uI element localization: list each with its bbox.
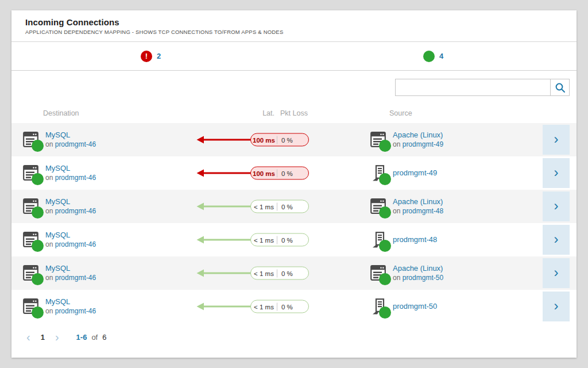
- source-icon: [370, 165, 386, 181]
- on-label: on: [393, 274, 400, 282]
- source-text: prodmgmt-49: [393, 168, 437, 178]
- source-icon: [370, 298, 386, 315]
- up-status-summary: 4: [423, 42, 443, 70]
- source-link[interactable]: prodmgmt-49: [393, 168, 437, 178]
- source-host-link[interactable]: prodmgmt-48: [403, 207, 443, 215]
- connection-direction-arrow: [196, 302, 253, 311]
- destination-host-link[interactable]: prodmgmt-46: [55, 207, 96, 215]
- destination-link[interactable]: MySQL: [45, 264, 96, 273]
- up-count: 4: [439, 52, 443, 60]
- source-text: prodmgmt-50: [393, 302, 437, 311]
- source-text: prodmgmt-48: [393, 235, 437, 244]
- status-up-dot: [32, 240, 44, 252]
- row-expand-button[interactable]: ›: [543, 125, 570, 155]
- source-host-link[interactable]: prodmgmt-49: [403, 140, 443, 148]
- source-host: on prodmgmt-48: [393, 207, 443, 216]
- critical-status-icon: !: [141, 51, 152, 62]
- packet-loss-value: 0 %: [277, 170, 308, 177]
- source-link[interactable]: Apache (Linux): [393, 131, 443, 140]
- destination-link[interactable]: MySQL: [45, 197, 96, 206]
- destination-text: MySQL on prodmgmt-46: [45, 197, 96, 215]
- connection-row: MySQL on prodmgmt-46 < 1 ms 0 %: [11, 290, 577, 323]
- packet-loss-value: 0 %: [277, 303, 308, 310]
- pagination-next-button[interactable]: ›: [53, 331, 61, 343]
- source-link[interactable]: prodmgmt-50: [393, 302, 437, 311]
- destination-host: on prodmgmt-46: [45, 207, 96, 216]
- pagination-of-label: of: [91, 333, 98, 342]
- search-icon: [555, 82, 566, 93]
- source-host: on prodmgmt-50: [393, 274, 443, 282]
- status-up-dot: [379, 306, 391, 319]
- on-label: on: [45, 274, 53, 282]
- status-up-dot: [379, 173, 391, 185]
- packet-loss-value: 0 %: [277, 270, 308, 277]
- source-link[interactable]: Apache (Linux): [393, 197, 443, 206]
- row-expand-button[interactable]: ›: [543, 292, 570, 321]
- search-button[interactable]: [550, 79, 570, 96]
- source-text: Apache (Linux) on prodmgmt-48: [393, 197, 443, 215]
- destination-text: MySQL on prodmgmt-46: [45, 231, 96, 248]
- destination-host-link[interactable]: prodmgmt-46: [55, 240, 96, 248]
- source-link[interactable]: Apache (Linux): [393, 264, 443, 273]
- row-expand-button[interactable]: ›: [543, 258, 570, 288]
- latency-packet-loss-badge: < 1 ms 0 %: [250, 200, 309, 213]
- source-host: on prodmgmt-49: [393, 140, 443, 149]
- status-up-dot: [32, 140, 44, 152]
- source-icon: [370, 198, 386, 214]
- destination-entity: MySQL on prodmgmt-46: [23, 256, 96, 290]
- destination-host: on prodmgmt-46: [45, 240, 96, 249]
- latency-packet-loss-badge: 100 ms 0 %: [250, 133, 309, 147]
- latency-packet-loss-badge: < 1 ms 0 %: [250, 267, 309, 280]
- status-up-dot: [32, 173, 44, 185]
- pagination-current-page[interactable]: 1: [41, 333, 45, 342]
- connection-direction-arrow: [196, 269, 253, 278]
- row-expand-button[interactable]: ›: [543, 191, 570, 221]
- destination-link[interactable]: MySQL: [45, 131, 96, 140]
- status-up-dot: [32, 206, 44, 218]
- destination-link[interactable]: MySQL: [45, 231, 96, 240]
- up-status-icon: [423, 51, 435, 62]
- page-title: Incoming Connections: [25, 17, 563, 27]
- latency-value: < 1 ms: [251, 203, 277, 210]
- source-icon: [370, 132, 386, 148]
- pagination-prev-button[interactable]: ‹: [24, 331, 33, 343]
- connections-list: MySQL on prodmgmt-46 100 ms 0 %: [11, 123, 577, 323]
- destination-entity: MySQL on prodmgmt-46: [23, 123, 96, 156]
- on-label: on: [45, 240, 53, 248]
- connection-direction-arrow: [196, 235, 253, 244]
- chevron-right-icon: ›: [554, 199, 559, 213]
- destination-icon: [23, 165, 38, 181]
- destination-link[interactable]: MySQL: [45, 297, 96, 306]
- status-up-dot: [32, 273, 44, 285]
- destination-host-link[interactable]: prodmgmt-46: [55, 140, 96, 148]
- destination-icon: [23, 132, 38, 148]
- critical-count: 2: [157, 52, 161, 60]
- destination-host-link[interactable]: prodmgmt-46: [55, 307, 96, 315]
- destination-host-link[interactable]: prodmgmt-46: [55, 174, 96, 182]
- source-host-link[interactable]: prodmgmt-50: [403, 274, 443, 282]
- status-up-dot: [379, 140, 391, 152]
- status-up-dot: [32, 306, 44, 319]
- destination-icon: [23, 198, 38, 214]
- destination-entity: MySQL on prodmgmt-46: [23, 156, 96, 190]
- search-input[interactable]: [395, 79, 550, 96]
- on-label: on: [393, 207, 400, 215]
- destination-text: MySQL on prodmgmt-46: [45, 264, 96, 282]
- on-label: on: [45, 307, 53, 315]
- connection-row: MySQL on prodmgmt-46 100 ms 0 %: [11, 123, 577, 156]
- destination-text: MySQL on prodmgmt-46: [45, 297, 96, 315]
- source-link[interactable]: prodmgmt-48: [393, 235, 437, 244]
- destination-entity: MySQL on prodmgmt-46: [23, 223, 96, 256]
- incoming-connections-panel: Incoming Connections APPLICATION DEPENDE…: [11, 10, 577, 358]
- latency-value: < 1 ms: [251, 236, 277, 243]
- exclamation-glyph: !: [145, 52, 148, 60]
- packet-loss-value: 0 %: [277, 203, 308, 210]
- on-label: on: [45, 140, 53, 148]
- row-expand-button[interactable]: ›: [543, 158, 570, 188]
- column-header-source: Source: [389, 109, 412, 117]
- destination-host-link[interactable]: prodmgmt-46: [55, 274, 96, 282]
- source-entity: Apache (Linux) on prodmgmt-48: [370, 190, 443, 223]
- destination-icon: [23, 265, 38, 281]
- destination-link[interactable]: MySQL: [45, 164, 96, 173]
- row-expand-button[interactable]: ›: [543, 225, 570, 255]
